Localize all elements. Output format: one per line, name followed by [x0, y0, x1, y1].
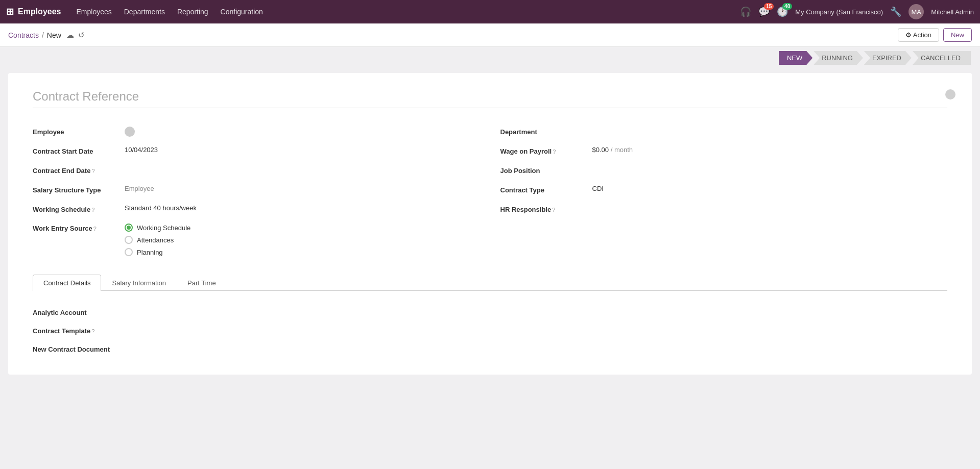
radio-planning[interactable]: Planning [125, 248, 190, 256]
tab-part-time[interactable]: Part Time [177, 275, 227, 291]
contract-type-label: Contract Type [500, 185, 592, 194]
work-entry-source-help[interactable]: ? [93, 226, 97, 232]
status-indicator-circle[interactable] [945, 89, 955, 100]
breadcrumb-separator: / [42, 31, 44, 39]
menu-departments[interactable]: Departments [119, 6, 170, 18]
field-employee: Employee [33, 125, 480, 144]
hr-responsible-label: HR Responsible? [500, 204, 592, 213]
wage-help[interactable]: ? [553, 149, 556, 155]
field-work-entry-source: Work Entry Source? Working Schedule Atte… [33, 221, 480, 258]
field-job-position: Job Position [500, 163, 948, 183]
radio-planning-label: Planning [137, 249, 163, 256]
contract-start-label: Contract Start Date [33, 146, 125, 155]
chat-badge: 15 [764, 3, 774, 10]
company-name[interactable]: My Company (San Francisco) [795, 8, 883, 16]
field-salary-structure: Salary Structure Type Employee [33, 183, 480, 202]
field-contract-start: Contract Start Date 10/04/2023 [33, 144, 480, 163]
breadcrumb-icons: ☁ ↺ [66, 31, 85, 40]
status-new[interactable]: NEW [779, 51, 812, 65]
status-cancelled[interactable]: CANCELLED [913, 51, 971, 65]
form-grid: Employee Contract Start Date 10/04/2023 … [33, 125, 947, 258]
working-schedule-value[interactable]: Standard 40 hours/week [125, 204, 480, 212]
tab-salary-information[interactable]: Salary Information [101, 275, 177, 291]
radio-planning-circle [125, 248, 133, 256]
working-schedule-label: Working Schedule? [33, 204, 125, 213]
radio-attendances[interactable]: Attendances [125, 236, 190, 244]
main-content: Employee Contract Start Date 10/04/2023 … [0, 65, 980, 466]
wage-label: Wage on Payroll? [500, 146, 592, 155]
form-left-col: Employee Contract Start Date 10/04/2023 … [33, 125, 480, 258]
field-department: Department [500, 125, 948, 144]
chat-icon[interactable]: 💬 15 [758, 6, 770, 17]
status-running[interactable]: RUNNING [814, 51, 863, 65]
breadcrumb-contracts[interactable]: Contracts [8, 31, 39, 39]
menu-configuration[interactable]: Configuration [216, 6, 268, 18]
tab-contract-details[interactable]: Contract Details [33, 275, 101, 291]
contract-reference-input[interactable] [33, 89, 947, 108]
radio-working-schedule-label: Working Schedule [137, 224, 190, 232]
status-expired[interactable]: EXPIRED [864, 51, 912, 65]
wage-value[interactable]: $0.00 / month [592, 146, 948, 154]
field-working-schedule: Working Schedule? Standard 40 hours/week [33, 202, 480, 221]
field-hr-responsible: HR Responsible? [500, 202, 948, 221]
tab-field-new-contract-document: New Contract Document [33, 340, 947, 358]
new-contract-document-label: New Contract Document [33, 345, 135, 353]
new-button[interactable]: New [943, 28, 972, 42]
menu-reporting[interactable]: Reporting [172, 6, 213, 18]
contract-start-value[interactable]: 10/04/2023 [125, 146, 480, 154]
tabs-row: Contract Details Salary Information Part… [33, 275, 947, 291]
user-avatar[interactable]: MA [909, 4, 924, 19]
salary-structure-label: Salary Structure Type [33, 185, 125, 194]
employee-value[interactable] [125, 127, 480, 138]
app-name: Employees [18, 7, 61, 16]
activity-icon[interactable]: 🕐 40 [777, 6, 788, 17]
department-label: Department [500, 127, 592, 136]
field-wage: Wage on Payroll? $0.00 / month [500, 144, 948, 163]
tab-content: Analytic Account Contract Template? New … [33, 291, 947, 362]
employee-dot [125, 127, 135, 137]
form-card: Employee Contract Start Date 10/04/2023 … [8, 73, 972, 375]
top-menu: Employees Departments Reporting Configur… [71, 6, 730, 18]
tabs-container: Contract Details Salary Information Part… [33, 275, 947, 362]
cloud-icon[interactable]: ☁ [66, 31, 74, 40]
work-entry-radio-group: Working Schedule Attendances Planning [125, 224, 190, 256]
contract-template-help[interactable]: ? [91, 328, 94, 334]
contract-end-label: Contract End Date? [33, 165, 125, 175]
hr-responsible-help[interactable]: ? [552, 207, 555, 213]
action-button[interactable]: ⚙ Action [898, 28, 939, 42]
menu-employees[interactable]: Employees [71, 6, 116, 18]
tab-field-analytic-account: Analytic Account [33, 303, 947, 322]
employee-label: Employee [33, 127, 125, 136]
field-contract-type: Contract Type CDI [500, 183, 948, 202]
radio-attendances-label: Attendances [137, 236, 174, 244]
work-entry-source-label: Work Entry Source? [33, 224, 125, 232]
radio-working-schedule[interactable]: Working Schedule [125, 224, 190, 232]
field-contract-end: Contract End Date? [33, 163, 480, 183]
radio-working-schedule-circle [125, 224, 133, 232]
form-right-col: Department Wage on Payroll? $0.00 / mont… [500, 125, 948, 258]
tools-icon[interactable]: 🔧 [890, 6, 901, 17]
salary-structure-value[interactable]: Employee [125, 185, 480, 192]
breadcrumb: Contracts / New [8, 31, 61, 39]
username[interactable]: Mitchell Admin [931, 8, 974, 16]
grid-icon: ⊞ [6, 6, 14, 17]
working-schedule-help[interactable]: ? [91, 207, 94, 213]
topnav-right: 🎧 💬 15 🕐 40 My Company (San Francisco) 🔧… [740, 4, 974, 19]
analytic-account-label: Analytic Account [33, 309, 135, 316]
support-icon[interactable]: 🎧 [740, 6, 751, 17]
wage-suffix: / month [611, 146, 633, 154]
contract-template-label: Contract Template? [33, 327, 135, 335]
breadcrumb-current: New [47, 31, 61, 39]
radio-attendances-circle [125, 236, 133, 244]
contract-type-value[interactable]: CDI [592, 185, 948, 192]
top-navigation: ⊞ Employees Employees Departments Report… [0, 0, 980, 23]
tab-field-contract-template: Contract Template? [33, 322, 947, 340]
job-position-label: Job Position [500, 165, 592, 175]
contract-end-help[interactable]: ? [91, 168, 94, 174]
breadcrumb-actions: ⚙ Action New [898, 28, 972, 42]
status-bar: NEW RUNNING EXPIRED CANCELLED [0, 47, 980, 65]
breadcrumb-bar: Contracts / New ☁ ↺ ⚙ Action New [0, 23, 980, 47]
undo-icon[interactable]: ↺ [78, 31, 85, 40]
activity-badge: 40 [782, 3, 792, 10]
app-logo[interactable]: ⊞ Employees [6, 6, 61, 17]
